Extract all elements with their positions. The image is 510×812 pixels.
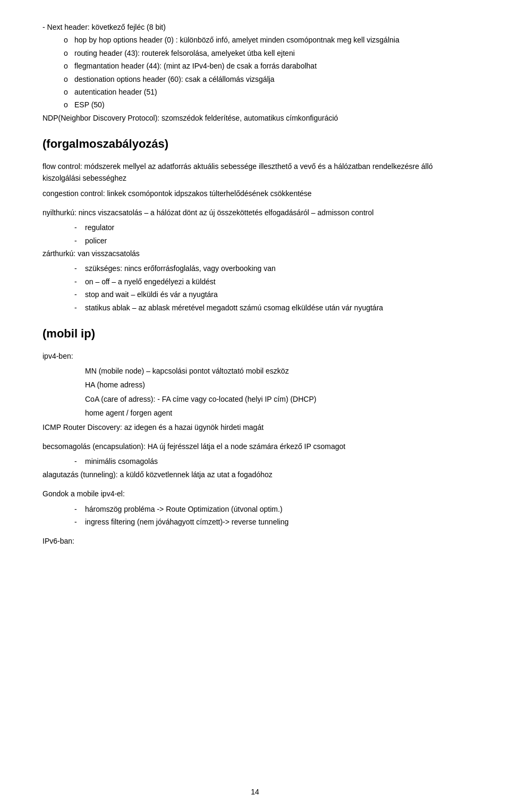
nyilthurku-item-1-text: policer: [85, 235, 107, 247]
subline-5-text: ESP (50): [74, 99, 105, 111]
nyilthurku-item-0-text: regulator: [85, 222, 114, 233]
ipv4-item-1-text: HA (home adress): [85, 380, 145, 389]
zarthurku-item-1: - on – off – a nyelő engedélyezi a küldé…: [42, 276, 468, 287]
zarthurku-item-0-text: szükséges: nincs erőforrásfoglalás, vagy…: [85, 263, 276, 274]
subline-5: o ESP (50): [42, 99, 468, 111]
bullet-o: o: [64, 47, 74, 59]
zarthurku-text: zárthurkú: van visszacsatolás: [42, 248, 468, 259]
section1-heading: (forgalmoszabályozás): [42, 137, 468, 152]
subline-3: o destionation options header (60): csak…: [42, 73, 468, 85]
flow-control-text: flow control: módszerek mellyel az adatf…: [42, 160, 468, 184]
zarthurku-item-0: - szükséges: nincs erőforrásfoglalás, va…: [42, 263, 468, 274]
subline-1: o routing header (43): routerek felsorol…: [42, 47, 468, 59]
page-container: - Next header: következő fejléc (8 bit) …: [0, 0, 510, 812]
dash-bullet: -: [74, 235, 85, 247]
ndp-line: NDP(Neighbor Discovery Protocol): szomsz…: [42, 112, 468, 124]
zarthurku-item-1-text: on – off – a nyelő engedélyezi a küldést: [85, 276, 216, 287]
subline-2: o flegmantation header (44): (mint az IP…: [42, 60, 468, 72]
gondok-item-0: - háromszög probléma -> Route Optimizati…: [42, 503, 468, 515]
dash-bullet: -: [74, 289, 85, 300]
dash-bullet: -: [74, 302, 85, 314]
zarthurku-item-3-text: statikus ablak – az ablask méretével meg…: [85, 302, 383, 314]
ipv4-item-2: CoA (care of adress): - FA címe vagy co-…: [42, 393, 468, 405]
subline-0: o hop by hop options header (0) : különb…: [42, 34, 468, 46]
bullet-o: o: [64, 34, 74, 46]
gondok-label: Gondok a mobile ipv4-el:: [42, 488, 468, 500]
ipv4-item-3-text: home agent / forgen agent: [85, 409, 172, 417]
zarthurku-item-2-text: stop and wait – elküldi és vár a nyugtár…: [85, 289, 218, 300]
nyilthurku-item-0: - regulator: [42, 222, 468, 233]
becsomagolas-item-0-text: minimális csomagolás: [85, 455, 158, 467]
gondok-item-1: - ingress filtering (nem jóváhagyott cím…: [42, 516, 468, 528]
zarthurku-item-2: - stop and wait – elküldi és vár a nyugt…: [42, 289, 468, 300]
dash-bullet: -: [74, 222, 85, 233]
nyilthurku-text: nyilthurkú: nincs viszacsatolás – a háló…: [42, 207, 468, 218]
subline-1-text: routing header (43): routerek felsorolás…: [74, 47, 295, 59]
dash-bullet: -: [74, 455, 85, 467]
bullet-o: o: [64, 99, 74, 111]
ipv6-label: IPv6-ban:: [42, 535, 468, 547]
subline-2-text: flegmantation header (44): (mint az IPv4…: [74, 60, 317, 72]
gondok-item-1-text: ingress filtering (nem jóváhagyott címze…: [85, 516, 288, 528]
nyilthurku-item-1: - policer: [42, 235, 468, 247]
alagutazas-text: alagutazás (tunneling): a küldő közvetle…: [42, 469, 468, 480]
dash-bullet: -: [74, 516, 85, 528]
congestion-control-text: congestion control: linkek csomópontok i…: [42, 188, 468, 199]
section2-heading: (mobil ip): [42, 326, 468, 342]
page-number: 14: [0, 788, 510, 796]
subline-4: o autentication header (51): [42, 86, 468, 98]
ipv4-item-2-text: CoA (care of adress): - FA címe vagy co-…: [85, 395, 316, 403]
header-line1: - Next header: következő fejléc (8 bit): [42, 21, 468, 33]
subline-0-text: hop by hop options header (0) : különböz…: [74, 34, 400, 46]
becsomagolas-text: becsomagolás (encapsulation): HA új fejr…: [42, 441, 468, 452]
dash-bullet: -: [74, 263, 85, 274]
zarthurku-item-3: - statikus ablak – az ablask méretével m…: [42, 302, 468, 314]
ipv4-label: ipv4-ben:: [42, 350, 468, 362]
becsomagolas-item-0: - minimális csomagolás: [42, 455, 468, 467]
ipv4-item-3: home agent / forgen agent: [42, 407, 468, 419]
header-section: - Next header: következő fejléc (8 bit) …: [42, 21, 468, 124]
subline-3-text: destionation options header (60): csak a…: [74, 73, 275, 85]
dash-bullet: -: [74, 503, 85, 515]
ipv4-item-1: HA (home adress): [42, 379, 468, 391]
dash-bullet: -: [74, 276, 85, 287]
ipv4-item-0-text: MN (mobile node) – kapcsolási pontot vál…: [85, 367, 289, 375]
bullet-o: o: [64, 86, 74, 98]
bullet-o: o: [64, 73, 74, 85]
icmp-line: ICMP Router Discovery: az idegen és a ha…: [42, 421, 468, 433]
ipv4-item-0: MN (mobile node) – kapcsolási pontot vál…: [42, 365, 468, 377]
bullet-o: o: [64, 60, 74, 72]
subline-4-text: autentication header (51): [74, 86, 157, 98]
gondok-item-0-text: háromszög probléma -> Route Optimization…: [85, 503, 283, 515]
flow-control-span: flow control: módszerek mellyel az adatf…: [42, 162, 433, 182]
